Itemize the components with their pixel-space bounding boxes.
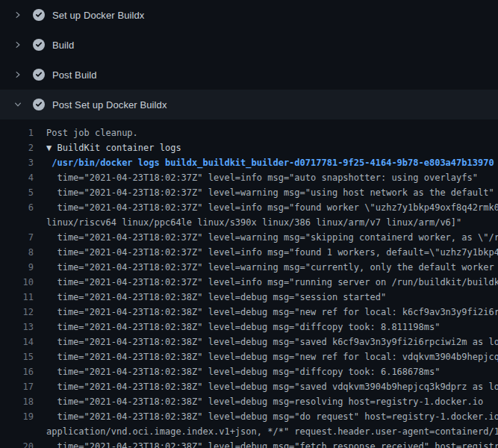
log-line-number[interactable]: 20 <box>0 439 34 448</box>
check-circle-icon <box>33 69 45 81</box>
log-line-text: application/vnd.oci.image.index.v1+json,… <box>34 424 498 439</box>
log-line-number <box>0 215 34 230</box>
log-line-number[interactable]: 8 <box>0 245 34 260</box>
log-line-text: time="2021-04-23T18:02:38Z" level=debug … <box>34 409 498 424</box>
log-line-number[interactable]: 13 <box>0 320 34 335</box>
log-line: 16 time="2021-04-23T18:02:38Z" level=deb… <box>0 364 498 379</box>
log-line-text: time="2021-04-23T18:02:37Z" level=warnin… <box>34 185 494 200</box>
chevron-right-icon[interactable] <box>12 69 24 81</box>
check-circle-icon <box>33 39 45 51</box>
log-line-number[interactable]: 11 <box>0 290 34 305</box>
log-line-text: time="2021-04-23T18:02:38Z" level=debug … <box>34 290 386 305</box>
log-line-text: time="2021-04-23T18:02:38Z" level=debug … <box>34 335 498 349</box>
check-circle-icon <box>33 9 45 21</box>
log-line-text: time="2021-04-23T18:02:38Z" level=debug … <box>34 320 440 335</box>
log-line-number[interactable]: 9 <box>0 260 34 275</box>
log-line-number[interactable]: 19 <box>0 409 34 424</box>
section-title: Post Set up Docker Buildx <box>52 99 167 111</box>
log-line-text: time="2021-04-23T18:02:37Z" level=warnin… <box>34 230 498 245</box>
log-line-text: time="2021-04-23T18:02:37Z" level=info m… <box>34 170 478 185</box>
log-line-number[interactable]: 17 <box>0 379 34 394</box>
log-line-number[interactable]: 4 <box>0 170 34 185</box>
log-line-text: time="2021-04-23T18:02:37Z" level=info m… <box>34 245 498 260</box>
section-header-post-build[interactable]: Post Build <box>0 60 498 90</box>
log-line-text: time="2021-04-23T18:02:38Z" level=debug … <box>34 379 498 394</box>
log-line-number[interactable]: 16 <box>0 364 34 379</box>
section-title: Post Build <box>52 69 97 81</box>
section-header-build[interactable]: Build <box>0 30 498 60</box>
chevron-right-icon[interactable] <box>12 9 24 21</box>
log-line: 8 time="2021-04-23T18:02:37Z" level=info… <box>0 245 498 260</box>
log-line: 10 time="2021-04-23T18:02:37Z" level=inf… <box>0 275 498 290</box>
log-line: 19 time="2021-04-23T18:02:38Z" level=deb… <box>0 409 498 424</box>
log-line-continuation: linux/riscv64 linux/ppc64le linux/s390x … <box>0 215 498 230</box>
log-line-text: time="2021-04-23T18:02:37Z" level=info m… <box>34 200 498 215</box>
section-title: Set up Docker Buildx <box>52 10 144 21</box>
log-line: 11 time="2021-04-23T18:02:38Z" level=deb… <box>0 290 498 305</box>
log-line: 20 time="2021-04-23T18:02:38Z" level=deb… <box>0 439 498 448</box>
log-line-text: linux/riscv64 linux/ppc64le linux/s390x … <box>34 215 461 230</box>
log-command-text: /usr/bin/docker logs buildx_buildkit_bui… <box>34 155 494 170</box>
log-line-text: time="2021-04-23T18:02:37Z" level=warnin… <box>34 260 498 275</box>
log-line: 12 time="2021-04-23T18:02:38Z" level=deb… <box>0 305 498 320</box>
section-header-set-up-docker-buildx[interactable]: Set up Docker Buildx <box>0 0 498 30</box>
chevron-right-icon[interactable] <box>12 39 24 51</box>
check-circle-icon <box>33 99 45 111</box>
log-line: 6 time="2021-04-23T18:02:37Z" level=info… <box>0 200 498 215</box>
log-group-row[interactable]: 2▼ BuildKit container logs <box>0 140 498 155</box>
log-line-text: time="2021-04-23T18:02:37Z" level=info m… <box>34 275 498 290</box>
log-line-number[interactable]: 1 <box>0 125 34 140</box>
log-line: 9 time="2021-04-23T18:02:37Z" level=warn… <box>0 260 498 275</box>
log-line: 18 time="2021-04-23T18:02:38Z" level=deb… <box>0 394 498 409</box>
log-line: 5 time="2021-04-23T18:02:37Z" level=warn… <box>0 185 498 200</box>
log-line-text: time="2021-04-23T18:02:38Z" level=debug … <box>34 364 440 379</box>
log-line-number[interactable]: 10 <box>0 275 34 290</box>
step-list: Set up Docker BuildxBuildPost BuildPost … <box>0 0 498 119</box>
log-line-text: ▼ BuildKit container logs <box>34 140 181 155</box>
log-line-continuation: application/vnd.oci.image.index.v1+json,… <box>0 424 498 439</box>
log-line-number[interactable]: 3 <box>0 155 34 170</box>
section-title: Build <box>52 40 74 51</box>
log-line-number[interactable]: 2 <box>0 140 34 155</box>
chevron-down-icon[interactable] <box>12 99 24 111</box>
log-line-text: time="2021-04-23T18:02:38Z" level=debug … <box>34 349 498 364</box>
log-line-number[interactable]: 6 <box>0 200 34 215</box>
section-header-post-set-up-docker-buildx[interactable]: Post Set up Docker Buildx <box>0 90 498 119</box>
log-line-number[interactable]: 12 <box>0 305 34 320</box>
log-line: 13 time="2021-04-23T18:02:38Z" level=deb… <box>0 320 498 335</box>
log-line-text: Post job cleanup. <box>34 125 138 140</box>
log-line-number <box>0 424 34 439</box>
log-line-number[interactable]: 18 <box>0 394 34 409</box>
log-line-number[interactable]: 15 <box>0 349 34 364</box>
log-line: 14 time="2021-04-23T18:02:38Z" level=deb… <box>0 335 498 349</box>
log-line-text: time="2021-04-23T18:02:38Z" level=debug … <box>34 439 498 448</box>
log-line-number[interactable]: 7 <box>0 230 34 245</box>
log-line-number[interactable]: 14 <box>0 335 34 349</box>
log-viewer: 1Post job cleanup.2▼ BuildKit container … <box>0 119 498 448</box>
log-line: 7 time="2021-04-23T18:02:37Z" level=warn… <box>0 230 498 245</box>
log-line-text: time="2021-04-23T18:02:38Z" level=debug … <box>34 305 498 320</box>
log-line: 4 time="2021-04-23T18:02:37Z" level=info… <box>0 170 498 185</box>
log-line: 3 /usr/bin/docker logs buildx_buildkit_b… <box>0 155 498 170</box>
log-line-number[interactable]: 5 <box>0 185 34 200</box>
log-line: 17 time="2021-04-23T18:02:38Z" level=deb… <box>0 379 498 394</box>
log-line-text: time="2021-04-23T18:02:38Z" level=debug … <box>34 394 483 409</box>
log-line: 15 time="2021-04-23T18:02:38Z" level=deb… <box>0 349 498 364</box>
log-line: 1Post job cleanup. <box>0 125 498 140</box>
